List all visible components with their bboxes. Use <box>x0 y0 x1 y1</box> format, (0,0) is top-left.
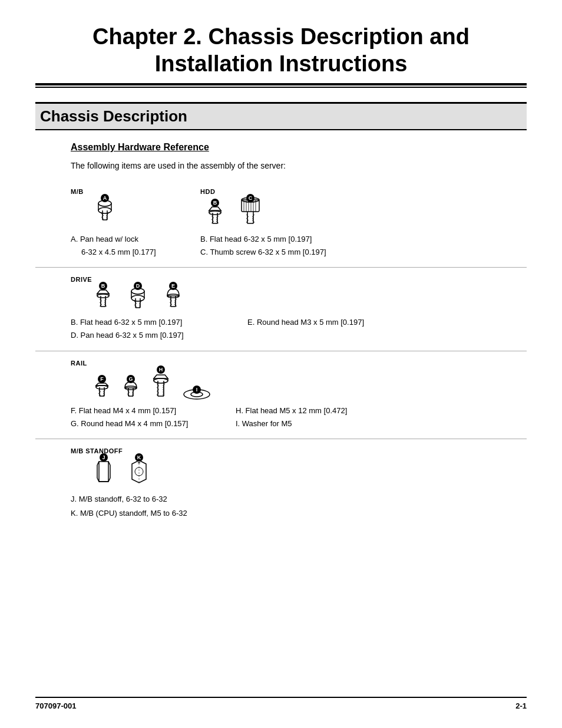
subsection-title-text: Assembly Hardware Reference <box>71 142 209 152</box>
item-J-wrapper: J <box>94 457 113 487</box>
badge-C: C <box>246 194 254 202</box>
item-I-wrapper: I <box>183 389 211 400</box>
drive-desc-left: B. Flat head 6-32 x 5 mm [0.197] D. Pan … <box>71 316 247 342</box>
subsection-title: Assembly Hardware Reference <box>71 142 527 153</box>
title-rule-bottom <box>35 87 527 88</box>
badge-G: G <box>127 375 135 383</box>
badge-H: H <box>157 365 165 374</box>
hw-block-mb-hdd: M/B A <box>35 182 527 268</box>
badge-B-drive: B <box>99 282 107 290</box>
rail-descriptions: F. Flat head M4 x 4 mm [0.157] G. Round … <box>71 404 527 430</box>
item-F-wrapper: F <box>94 378 110 400</box>
svg-point-57 <box>154 378 168 383</box>
section-title: Chassis Description <box>35 102 527 130</box>
page: Chapter 2. Chassis Description and Insta… <box>0 0 562 728</box>
svg-point-73 <box>135 467 143 476</box>
badge-E: E <box>169 282 177 290</box>
badge-B-hdd: B <box>211 199 219 207</box>
rail-desc-right: H. Flat head M5 x 12 mm [0.472] I. Washe… <box>236 404 347 430</box>
standoff-descriptions: J. M/B standoff, 6-32 to 6-32 K. M/B (CP… <box>71 492 527 521</box>
drive-descriptions: B. Flat head 6-32 x 5 mm [0.197] D. Pan … <box>71 316 527 342</box>
title-rule-top <box>35 83 527 85</box>
hdd-label: HDD <box>200 188 275 195</box>
hdd-group: HDD B <box>200 188 275 233</box>
item-K-wrapper: K <box>128 457 150 487</box>
footer-right: 2-1 <box>515 701 527 710</box>
svg-marker-25 <box>97 290 109 294</box>
svg-point-3 <box>98 207 111 213</box>
drive-desc-right: E. Round head M3 x 5 mm [0.197] <box>247 316 364 342</box>
hw-block-standoff: M/B STANDOFF J <box>35 439 527 529</box>
svg-point-35 <box>131 295 144 301</box>
intro-text-content: The following items are used in the asse… <box>71 161 286 170</box>
hw-block-drive: DRIVE B <box>35 268 527 351</box>
intro-text: The following items are used in the asse… <box>71 161 527 170</box>
item-B-hdd-wrapper: B <box>206 202 224 228</box>
svg-marker-54 <box>154 375 168 378</box>
svg-marker-7 <box>209 207 221 210</box>
footer: 707097-001 2-1 <box>35 697 527 710</box>
badge-F: F <box>98 375 106 383</box>
chapter-title-text: Chapter 2. Chassis Description and Insta… <box>92 24 470 76</box>
mb-descriptions: A. Pan head w/ lock 6-32 x 4.5 mm [0.177… <box>71 233 200 259</box>
hdd-descriptions: B. Flat head 6-32 x 5 mm [0.197] C. Thum… <box>200 233 326 259</box>
badge-I: I <box>193 386 201 394</box>
rail-desc-left: F. Flat head M4 x 4 mm [0.157] G. Round … <box>71 404 236 430</box>
hardware-section: M/B A <box>35 182 527 529</box>
chapter-title: Chapter 2. Chassis Description and Insta… <box>35 24 527 77</box>
section-title-text: Chassis Description <box>40 107 187 125</box>
svg-rect-63 <box>99 462 108 482</box>
badge-J: J <box>100 453 108 462</box>
hw-block-rail: RAIL F <box>35 351 527 439</box>
badge-A: A <box>101 194 109 202</box>
item-H-wrapper: H <box>152 369 170 400</box>
item-B-drive-wrapper: B <box>94 285 112 311</box>
rail-label: RAIL <box>71 360 527 367</box>
mb-group: M/B A <box>71 188 200 233</box>
item-A-wrapper: A <box>94 197 115 223</box>
item-D-wrapper: D <box>127 285 148 311</box>
svg-point-10 <box>209 211 221 215</box>
svg-point-46 <box>96 386 108 389</box>
item-C-wrapper: C <box>238 197 263 228</box>
svg-point-28 <box>97 294 109 298</box>
item-E-wrapper: E <box>164 285 183 311</box>
badge-K: K <box>135 453 143 462</box>
badge-D: D <box>134 282 142 290</box>
mb-label: M/B <box>71 188 200 195</box>
item-G-wrapper: G <box>123 378 139 400</box>
footer-left: 707097-001 <box>35 701 76 710</box>
